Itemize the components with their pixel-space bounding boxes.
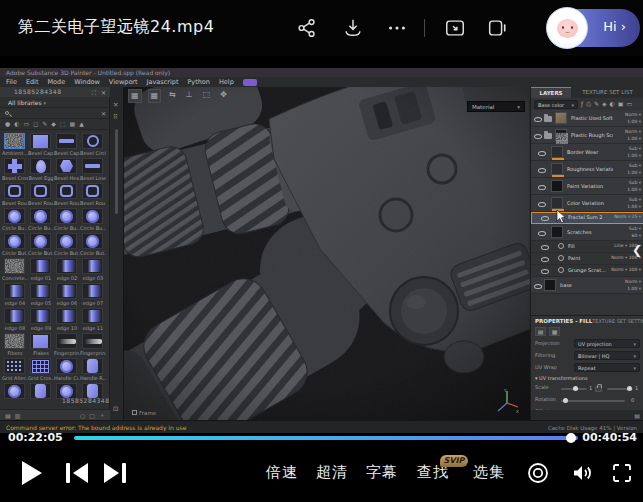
textures-filter-icon[interactable]: ▦: [69, 121, 75, 127]
layer-row-paint-variation[interactable]: Paint VariationSub ▾1.00 ▾: [531, 178, 643, 195]
seek-bar[interactable]: [74, 436, 578, 440]
sphere-icon[interactable]: ◐: [610, 101, 615, 107]
blend-opacity[interactable]: Sub ▾1.00 ▾: [627, 146, 641, 160]
quality-button[interactable]: 超清: [312, 443, 352, 502]
close-icon[interactable]: ✕: [113, 101, 118, 109]
asset-item[interactable]: Circle But...: [54, 232, 80, 257]
asset-item[interactable]: Handle R...: [80, 357, 106, 382]
episodes-button[interactable]: 选集: [469, 443, 509, 502]
asset-item[interactable]: edge 01: [28, 257, 54, 282]
visibility-eye-icon[interactable]: [541, 255, 549, 263]
layer-thumbnail[interactable]: [555, 112, 567, 124]
asset-item[interactable]: edge 11: [80, 307, 106, 332]
symmetry-icon[interactable]: ⊥: [184, 89, 195, 103]
shelf-scrollbar[interactable]: [115, 129, 118, 214]
miniplayer-icon[interactable]: [486, 17, 508, 39]
blend-opacity[interactable]: Norm ▾1.00 ▾: [625, 279, 641, 293]
list-view-icon[interactable]: ▤: [5, 412, 11, 419]
layer-thumbnail[interactable]: [551, 163, 563, 175]
import-asset-icon[interactable]: ＋: [99, 411, 105, 420]
layer-thumbnail[interactable]: [551, 180, 563, 192]
asset-item[interactable]: Circle But...: [28, 232, 54, 257]
trash-icon[interactable]: ▭: [627, 101, 633, 107]
add-effect-icon[interactable]: ƒ: [581, 101, 583, 107]
menu-item-edit[interactable]: Edit: [26, 78, 39, 86]
layer-row-plastic-rough-scratched[interactable]: Plastic Rough ScratchedNorm ▾1.00 ▾: [531, 127, 643, 144]
menu-item-viewport[interactable]: Viewport: [109, 78, 138, 86]
asset-item[interactable]: Bevel Line: [80, 157, 106, 182]
pen-filter-icon[interactable]: ✎: [42, 121, 47, 127]
asset-item[interactable]: Bevel Egg: [28, 157, 54, 182]
navigation-gizmo[interactable]: YX: [494, 388, 520, 414]
account-button[interactable]: Hi ›: [548, 9, 640, 47]
blend-opacity[interactable]: Sub ▾60 ▾: [629, 226, 641, 240]
asset-item[interactable]: Bevel Cap...: [28, 132, 54, 157]
layer-row-color-variation[interactable]: Color VariationSub ▾1.00 ▾: [531, 195, 643, 212]
channel-dropdown[interactable]: Base color▾: [534, 100, 578, 109]
projection-dropdown[interactable]: UV projection▾: [574, 339, 640, 348]
download-icon[interactable]: [342, 17, 364, 39]
volume-icon[interactable]: [569, 443, 595, 502]
visibility-eye-icon[interactable]: [541, 214, 549, 222]
material-dropdown[interactable]: Material▾: [467, 101, 525, 112]
panel-close-icon[interactable]: ✕: [101, 89, 106, 96]
layer-row-border-wear[interactable]: Border WearSub ▾1.00 ▾: [531, 144, 643, 161]
frame-icon[interactable]: ⬚: [201, 89, 213, 103]
asset-item[interactable]: [28, 382, 54, 407]
blend-opacity[interactable]: Sub ▾1.00 ▾: [627, 197, 641, 211]
visibility-eye-icon[interactable]: [538, 229, 546, 237]
asset-item[interactable]: Concrete...: [2, 257, 28, 282]
visibility-eye-icon[interactable]: [541, 243, 549, 251]
scale-y-slider[interactable]: [607, 388, 633, 390]
asset-item[interactable]: edge 07: [80, 282, 106, 307]
asset-item[interactable]: Bevel Rou...: [28, 182, 54, 207]
bucket-icon[interactable]: ◈: [602, 101, 607, 107]
blend-opacity[interactable]: Norm ▾ 25 ▾: [614, 214, 641, 221]
gizmo-icon[interactable]: ✥: [218, 89, 229, 103]
viewport-3d[interactable]: ▦▦⇆⊥⬚✥ Material▾: [124, 87, 530, 420]
visibility-eye-icon[interactable]: [534, 282, 542, 290]
materials-filter-icon[interactable]: ◆: [51, 121, 56, 127]
visibility-eye-icon[interactable]: [538, 149, 546, 157]
stencils-filter-icon[interactable]: ◻: [33, 121, 38, 127]
tab-texture-set-settings[interactable]: TEXTURE SET SETTINGS: [592, 316, 643, 326]
menu-item-javascript[interactable]: Javascript: [147, 78, 179, 86]
asset-item[interactable]: Bevel Cap...: [54, 132, 80, 157]
asset-item[interactable]: Handle Ci...: [54, 357, 80, 382]
asset-item[interactable]: edge 05: [28, 282, 54, 307]
layer-effect-grunge-scrat-[interactable]: Grunge Scrat...Norm ▾ 100 ▾: [531, 265, 643, 277]
panel-collapse-handle[interactable]: ❮: [632, 243, 642, 257]
projection-tool-icon[interactable]: ⇆: [167, 89, 178, 103]
particles-filter-icon[interactable]: ◐: [14, 121, 19, 127]
previous-button[interactable]: [64, 443, 90, 502]
uv-transformations-section[interactable]: ▾ UV transformations: [535, 375, 588, 381]
visibility-eye-icon[interactable]: [538, 183, 546, 191]
pip-icon[interactable]: [444, 17, 466, 39]
layer-effect-fill[interactable]: FillLine ▾ 100 ▾: [531, 241, 643, 253]
asset-item[interactable]: edge 03: [80, 257, 106, 282]
layer-thumbnail[interactable]: [555, 129, 567, 141]
asset-item[interactable]: Bevel Rou...: [2, 182, 28, 207]
library-dropdown[interactable]: All libraries ▾: [0, 97, 110, 108]
display-options-icon[interactable]: ⠿: [113, 113, 118, 121]
asset-item[interactable]: Flakes: [28, 332, 54, 357]
material-mode-toggle[interactable]: ▤▦: [535, 327, 560, 336]
asset-item[interactable]: Grid Alter...: [2, 357, 28, 382]
next-button[interactable]: [102, 443, 128, 502]
asset-item[interactable]: Fibers: [2, 332, 28, 357]
menu-item-window[interactable]: Window: [74, 78, 100, 86]
visibility-eye-icon[interactable]: [538, 200, 546, 208]
layer-row-base[interactable]: baseNorm ▾1.00 ▾: [531, 277, 643, 294]
visibility-eye-icon[interactable]: [538, 166, 546, 174]
asset-item[interactable]: Circle But...: [80, 232, 106, 257]
share-icon[interactable]: [296, 17, 318, 39]
asset-item[interactable]: edge 02: [54, 257, 80, 282]
menu-item-help[interactable]: Help: [219, 78, 234, 86]
subtitle-button[interactable]: 字幕: [362, 443, 402, 502]
brushes-filter-icon[interactable]: ●: [5, 121, 10, 127]
video-frame[interactable]: Adobe Substance 3D Painter - Untitled.sp…: [0, 56, 643, 433]
asset-item[interactable]: edge 09: [28, 307, 54, 332]
blend-opacity[interactable]: Sub ▾1.00 ▾: [627, 180, 641, 194]
clear-search-icon[interactable]: ✕: [101, 110, 106, 117]
blend-opacity[interactable]: Norm ▾ 100 ▾: [611, 267, 641, 274]
